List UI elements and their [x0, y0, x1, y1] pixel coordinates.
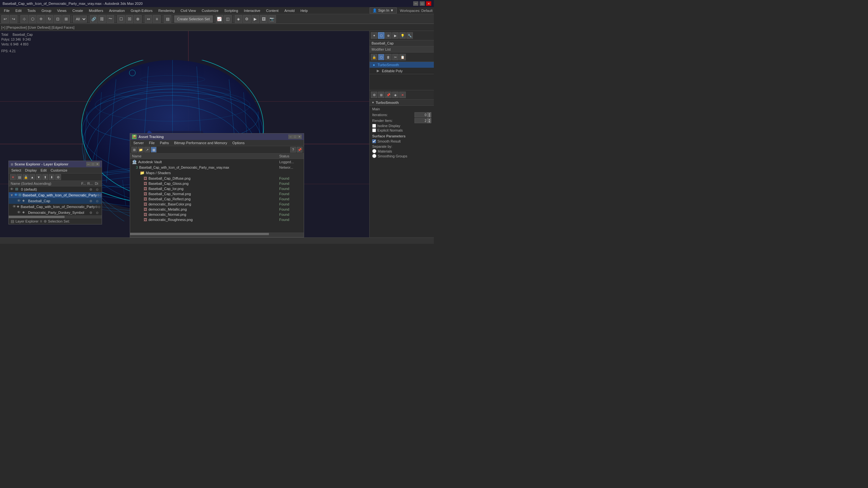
modifier-visibility-dot[interactable]: ● [373, 63, 375, 67]
se-close-button[interactable]: ✕ [95, 162, 100, 166]
menu-scripting[interactable]: Scripting [222, 8, 241, 13]
schematic-view-button[interactable]: ◫ [224, 15, 232, 23]
properties-scroll-area[interactable]: ▼ TurboSmooth Main Iterations: ▲ ▼ Rende… [370, 100, 434, 244]
rp-display-button[interactable]: 💡 [399, 32, 406, 39]
at-restore-button[interactable]: □ [293, 134, 297, 139]
mod-pin-button[interactable]: 📌 [385, 92, 392, 98]
menu-tools[interactable]: Tools [25, 8, 38, 13]
at-tb-btn3[interactable]: ↗ [144, 147, 150, 153]
mod-paste-button[interactable]: 📋 [399, 54, 406, 60]
select-object-button[interactable]: ⊹ [20, 15, 28, 23]
maximize-button[interactable]: □ [420, 1, 425, 6]
at-tb-btn1[interactable]: ⊞ [131, 147, 137, 153]
at-scrollbar-v[interactable] [130, 235, 304, 237]
se-layers-button[interactable]: ▤ [17, 174, 22, 180]
minimize-button[interactable]: ─ [413, 1, 418, 6]
at-menu-options[interactable]: Options [230, 141, 247, 145]
se-eye-3[interactable]: 👁 [12, 204, 16, 209]
rp-motion-button[interactable]: ▶ [392, 32, 399, 39]
scale-button[interactable]: ⊡ [54, 15, 62, 23]
se-row-baseball-cap-object[interactable]: 👁 ◈ Baseball_Cap ⚙ ⊙ [9, 198, 102, 204]
at-row-metallic[interactable]: 🖼 democratic_Metallic.png Found [130, 207, 304, 212]
render-button[interactable]: ▶ [251, 15, 259, 23]
menu-content[interactable]: Content [264, 8, 281, 13]
material-editor-button[interactable]: ◈ [235, 15, 242, 23]
turbosmooth-section-header[interactable]: ▼ TurboSmooth [370, 100, 434, 106]
menu-animation[interactable]: Animation [106, 8, 127, 13]
explicit-normals-checkbox[interactable] [372, 128, 376, 132]
at-menu-bitmap[interactable]: Bitmap Performance and Memory [172, 141, 229, 145]
menu-create[interactable]: Create [70, 8, 86, 13]
mod-config-button[interactable]: ⚙ [371, 92, 377, 98]
se-expand-arrow-1[interactable]: ▼ [10, 193, 13, 197]
materials-radio[interactable] [372, 149, 376, 153]
scene-explorer-title-bar[interactable]: ⊞ Scene Explorer - Layer Explorer ─ □ ✕ [9, 161, 102, 167]
menu-help[interactable]: Help [298, 8, 311, 13]
se-menu-display[interactable]: Display [24, 168, 38, 172]
rp-utilities-button[interactable]: 🔧 [406, 32, 413, 39]
select-none-button[interactable]: ☒ [126, 15, 133, 23]
se-lock-button[interactable]: 🔒 [23, 174, 29, 180]
at-row-reflect[interactable]: 🖼 Baseball_Cap_Reflect.png Found [130, 196, 304, 202]
mod-show-all-button[interactable]: ⊞ [378, 92, 384, 98]
menu-customize[interactable]: Customize [199, 8, 221, 13]
create-selection-set-button[interactable]: Create Selection Set [174, 15, 213, 23]
menu-group[interactable]: Group [39, 8, 54, 13]
se-restore-button[interactable]: □ [91, 162, 95, 166]
render-iters-spin[interactable]: ▲ ▼ [427, 118, 431, 123]
at-minimize-button[interactable]: ─ [288, 134, 293, 139]
se-up-button[interactable]: ▲ [29, 174, 35, 180]
se-eye-1[interactable]: 👁 [14, 193, 18, 197]
modifier-editable-poly-item[interactable]: ▶ Editable Poly [370, 68, 434, 74]
curve-editor-button[interactable]: 📈 [216, 15, 223, 23]
undo-button[interactable]: ↩ [1, 15, 9, 23]
at-menu-file[interactable]: File [147, 141, 157, 145]
mod-cut-button[interactable]: ✂ [392, 54, 399, 60]
at-row-diffuse[interactable]: 🖼 Baseball_Cap_Diffuse.png Found [130, 176, 304, 181]
menu-interactive[interactable]: Interactive [242, 8, 263, 13]
select-region-button[interactable]: ⬡ [29, 15, 36, 23]
object-name-field[interactable] [370, 40, 434, 46]
ref-coord-button[interactable]: ⊞ [62, 15, 70, 23]
menu-modifiers[interactable]: Modifiers [86, 8, 106, 13]
at-help-button[interactable]: ? [290, 147, 296, 153]
at-row-normal[interactable]: 🖼 Baseball_Cap_Normal.png Found [130, 191, 304, 196]
se-delete-button[interactable]: ✕ [10, 174, 16, 180]
at-tb-btn2[interactable]: 📁 [138, 147, 144, 153]
menu-edit[interactable]: Edit [13, 8, 24, 13]
se-move-down-button[interactable]: ⬇ [49, 174, 55, 180]
isoline-display-checkbox[interactable] [372, 124, 376, 128]
close-button[interactable]: ✕ [426, 1, 431, 6]
menu-graph-editors[interactable]: Graph Editors [128, 8, 155, 13]
se-scrollbar-h[interactable] [9, 216, 102, 218]
menu-arnold[interactable]: Arnold [282, 8, 297, 13]
rotate-button[interactable]: ↻ [45, 15, 53, 23]
se-menu-edit[interactable]: Edit [39, 168, 48, 172]
se-minimize-button[interactable]: ─ [86, 162, 91, 166]
at-pin-button[interactable]: 📌 [297, 147, 303, 153]
asset-tracking-title-bar[interactable]: 📦 Asset Tracking ─ □ ✕ [130, 133, 304, 140]
at-row-vault[interactable]: 🏦 Autodesk Vault Logged... [130, 159, 304, 165]
move-button[interactable]: ✛ [37, 15, 45, 23]
smooth-result-checkbox[interactable] [372, 139, 376, 143]
se-eye-2[interactable]: 👁 [17, 199, 22, 203]
iterations-spin[interactable]: ▲ ▼ [427, 112, 431, 118]
se-eye-0[interactable]: 👁 [10, 187, 14, 192]
at-close-button[interactable]: ✕ [297, 134, 302, 139]
mod-show-button[interactable]: ⬡ [378, 54, 384, 60]
se-menu-select[interactable]: Select [10, 168, 23, 172]
se-down-button[interactable]: ▼ [36, 174, 42, 180]
at-row-maps-folder[interactable]: 📁 Maps / Shaders [130, 170, 304, 176]
render-output-button[interactable]: 📷 [268, 15, 276, 23]
at-menu-server[interactable]: Server [131, 141, 146, 145]
modifier-turbosmooth-item[interactable]: ● TurboSmooth [370, 62, 434, 68]
bind-space-warp-button[interactable]: 〜 [106, 15, 114, 23]
at-row-ior[interactable]: 🖼 Baseball_Cap_Ior.png Found [130, 186, 304, 191]
se-row-default-layer[interactable]: 👁 ▤ 0 (default) ⚙ ⊙ [9, 187, 102, 192]
at-row-dem-normal[interactable]: 🖼 democratic_Normal.png Found [130, 212, 304, 217]
mod-make-unique-button[interactable]: ◈ [392, 92, 399, 98]
se-settings-button[interactable]: ⚙ [55, 174, 61, 180]
rp-create-button[interactable]: ✦ [371, 32, 377, 39]
expand-arrow[interactable]: ▶ [377, 69, 379, 73]
mod-delete-button[interactable]: 🗑 [385, 54, 392, 60]
